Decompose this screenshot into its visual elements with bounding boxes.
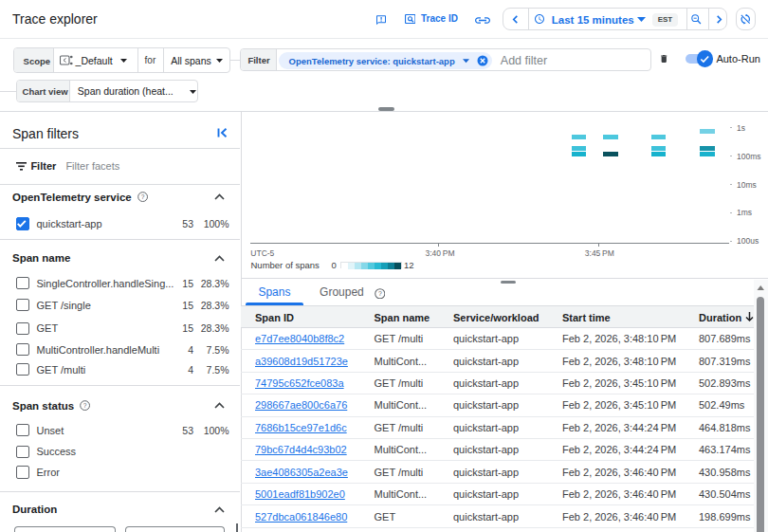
svg-text:?: ?	[141, 193, 145, 200]
svg-text:?: ?	[378, 290, 382, 297]
svg-text:?: ?	[83, 402, 87, 409]
